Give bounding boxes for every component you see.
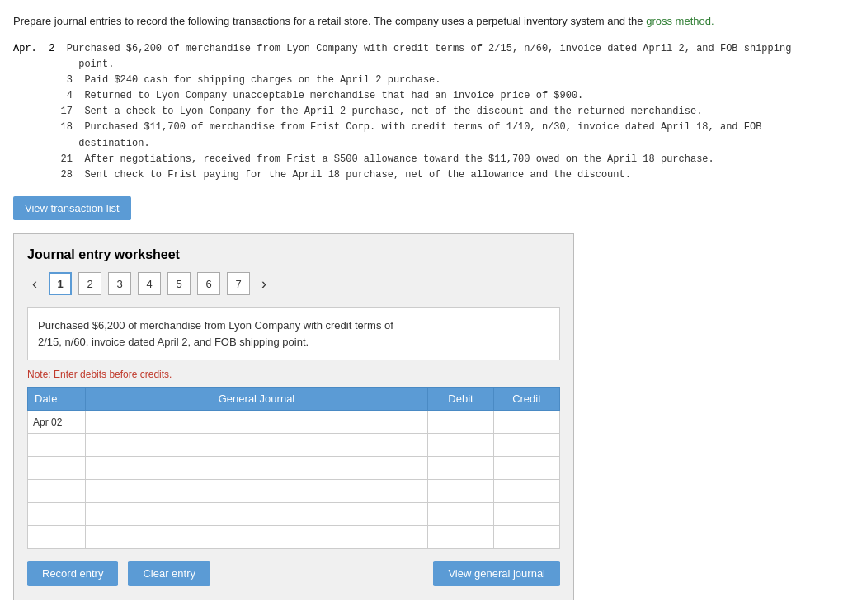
credit-input-4[interactable] (494, 480, 559, 502)
credit-cell-4[interactable] (494, 480, 560, 503)
view-transaction-button[interactable]: View transaction list (13, 196, 131, 220)
debit-input-2[interactable] (428, 434, 493, 456)
col-header-debit: Debit (428, 388, 494, 411)
col-header-credit: Credit (494, 388, 560, 411)
table-row (28, 526, 560, 549)
action-buttons: Record entry Clear entry View general jo… (27, 561, 560, 586)
journal-input-3[interactable] (86, 457, 427, 479)
journal-input-2[interactable] (86, 434, 427, 456)
date-cell-1: Apr 02 (28, 411, 86, 434)
credit-cell-3[interactable] (494, 457, 560, 480)
credit-cell-1[interactable] (494, 411, 560, 434)
debit-input-4[interactable] (428, 480, 493, 502)
page-5-button[interactable]: 5 (167, 272, 191, 295)
page-2-button[interactable]: 2 (78, 272, 101, 295)
debit-cell-6[interactable] (428, 526, 494, 549)
date-cell-2 (28, 434, 86, 457)
transaction-description: Purchased $6,200 of merchandise from Lyo… (27, 307, 560, 360)
journal-cell-3[interactable] (86, 457, 428, 480)
date-cell-3 (28, 457, 86, 480)
date-cell-5 (28, 503, 86, 526)
page-navigation: ‹ 1 2 3 4 5 6 7 › (27, 272, 560, 295)
table-row: Apr 02 (28, 411, 560, 434)
debit-input-1[interactable] (428, 411, 493, 433)
credit-cell-5[interactable] (494, 503, 560, 526)
page-7-button[interactable]: 7 (227, 272, 250, 295)
date-cell-6 (28, 526, 86, 549)
page-3-button[interactable]: 3 (108, 272, 131, 295)
credit-input-2[interactable] (494, 434, 559, 456)
intro-text: Prepare journal entries to record the fo… (13, 13, 849, 30)
col-header-general: General Journal (86, 388, 428, 411)
col-header-date: Date (28, 388, 86, 411)
credit-input-3[interactable] (494, 457, 559, 479)
journal-cell-6[interactable] (86, 526, 428, 549)
debit-cell-3[interactable] (428, 457, 494, 480)
table-row (28, 503, 560, 526)
debit-input-6[interactable] (428, 526, 493, 548)
credit-cell-6[interactable] (494, 526, 560, 549)
table-row (28, 457, 560, 480)
worksheet-title: Journal entry worksheet (27, 247, 560, 262)
journal-input-1[interactable] (86, 411, 427, 433)
page-4-button[interactable]: 4 (138, 272, 161, 295)
next-page-button[interactable]: › (257, 274, 271, 294)
journal-worksheet: Journal entry worksheet ‹ 1 2 3 4 5 6 7 … (13, 233, 574, 600)
journal-cell-5[interactable] (86, 503, 428, 526)
debit-cell-2[interactable] (428, 434, 494, 457)
note-text: Note: Enter debits before credits. (27, 369, 560, 380)
record-entry-button[interactable]: Record entry (27, 561, 118, 586)
debit-cell-5[interactable] (428, 503, 494, 526)
page-6-button[interactable]: 6 (197, 272, 220, 295)
journal-input-4[interactable] (86, 480, 427, 502)
debit-input-5[interactable] (428, 503, 493, 525)
transactions-list: Apr. 2 Purchased $6,200 of merchandise f… (13, 41, 849, 184)
page-1-button[interactable]: 1 (49, 272, 72, 295)
journal-cell-1[interactable] (86, 411, 428, 434)
journal-input-6[interactable] (86, 526, 427, 548)
credit-input-1[interactable] (494, 411, 559, 433)
gross-method-text: gross method. (646, 15, 714, 27)
journal-table: Date General Journal Debit Credit Apr 02 (27, 387, 560, 549)
journal-cell-2[interactable] (86, 434, 428, 457)
credit-input-6[interactable] (494, 526, 559, 548)
debit-input-3[interactable] (428, 457, 493, 479)
credit-cell-2[interactable] (494, 434, 560, 457)
journal-cell-4[interactable] (86, 480, 428, 503)
clear-entry-button[interactable]: Clear entry (128, 561, 210, 586)
debit-cell-4[interactable] (428, 480, 494, 503)
credit-input-5[interactable] (494, 503, 559, 525)
table-row (28, 480, 560, 503)
debit-cell-1[interactable] (428, 411, 494, 434)
journal-input-5[interactable] (86, 503, 427, 525)
prev-page-button[interactable]: ‹ (27, 274, 42, 294)
date-cell-4 (28, 480, 86, 503)
view-general-journal-button[interactable]: View general journal (433, 561, 560, 586)
table-row (28, 434, 560, 457)
